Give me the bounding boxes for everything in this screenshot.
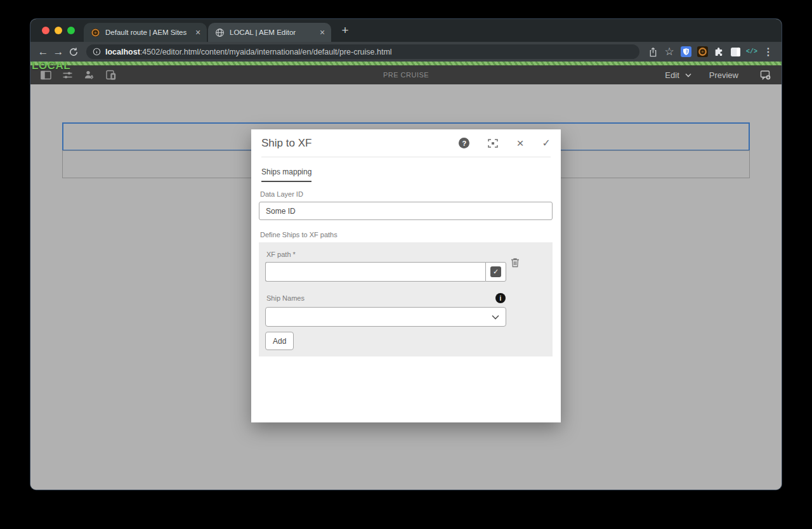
ship-to-xf-dialog: Ship to XF ? × ✓ Ships mapping [251,129,561,422]
chevron-down-icon [492,315,499,320]
minimize-window-button[interactable] [55,27,62,34]
add-button[interactable]: Add [265,332,294,350]
aem-editor-viewport: LOCAL PRE CRUISE [30,62,782,490]
ship-names-label-row: Ship Names i [265,293,506,303]
toolbar-right-group: Edit Preview [665,67,775,83]
dialog-header: Ship to XF ? × ✓ [251,129,561,157]
password-shield-extension-icon[interactable] [678,44,694,60]
aem-editor-toolbar: PRE CRUISE Edit Preview [30,65,782,84]
environment-label: LOCAL [32,60,70,72]
browser-window: Default route | AEM Sites × LOCAL | AEM … [30,19,782,490]
emulator-devices-icon[interactable] [102,67,119,83]
url-host: localhost [105,48,140,56]
close-icon[interactable]: × [193,28,203,37]
new-tab-button[interactable]: + [336,22,354,39]
aem-sites-favicon [90,27,100,37]
devtools-icon[interactable]: </> [743,44,760,60]
window-controls [36,27,84,34]
close-icon[interactable]: × [516,137,523,149]
back-button[interactable]: ← [36,44,51,60]
multifield-label: Define Ships to XF paths [260,231,553,238]
help-icon[interactable]: ? [459,138,469,148]
extensions-puzzle-icon[interactable] [710,44,727,60]
annotate-icon[interactable] [756,67,774,83]
page-title: PRE CRUISE [383,71,429,79]
edit-mode-label: Edit [665,70,679,80]
multifield-fields: XF path * ✓ Ship Names i [265,251,506,350]
reload-button[interactable] [66,44,81,60]
profile-square-icon[interactable] [727,44,743,60]
globe-icon [214,27,225,37]
browser-menu-icon[interactable]: ⋮ [760,44,776,60]
trash-icon [511,258,520,268]
confirm-icon[interactable]: ✓ [542,138,551,148]
tab-strip: Default route | AEM Sites × LOCAL | AEM … [30,19,782,42]
user-mode-icon[interactable] [80,67,98,83]
dialog-title: Ship to XF [261,137,459,150]
address-bar: ← → localhost:4502/editor.html/content/m… [30,42,782,62]
data-layer-id-label: Data Layer ID [260,190,553,198]
preview-label: Preview [709,70,738,80]
tab-title: LOCAL | AEM Editor [230,29,312,36]
close-window-button[interactable] [42,27,49,34]
info-icon[interactable]: i [495,293,506,303]
path-picker-button[interactable]: ✓ [485,262,506,282]
dialog-body: Data Layer ID Define Ships to XF paths X… [251,182,561,356]
edit-mode-button[interactable]: Edit [665,70,691,80]
page-content: Ship to XF ? × ✓ Ships mapping [30,84,782,490]
xf-path-label: XF path * [266,251,506,258]
ship-names-select[interactable] [265,307,506,327]
checkbox-picker-icon: ✓ [490,266,501,277]
multifield-item-panel: XF path * ✓ Ship Names i [259,242,553,356]
tab-aem-sites[interactable]: Default route | AEM Sites × [84,23,207,42]
xf-path-group: ✓ [265,262,506,282]
chevron-down-icon [685,73,691,77]
xf-path-input[interactable] [265,262,485,282]
dialog-actions: ? × ✓ [459,137,551,149]
url-path: :4502/editor.html/content/myaida/interna… [140,48,392,56]
forward-button[interactable]: → [51,44,66,60]
tab-ships-mapping[interactable]: Ships mapping [261,167,311,182]
data-layer-id-input[interactable] [259,202,553,220]
url-field[interactable]: localhost:4502/editor.html/content/myaid… [86,44,639,59]
fullscreen-icon[interactable] [488,139,498,148]
aem-extension-icon[interactable] [694,44,710,60]
url-text: localhost:4502/editor.html/content/myaid… [105,48,392,56]
desktop: Default route | AEM Sites × LOCAL | AEM … [0,0,812,529]
tab-title: Default route | AEM Sites [105,29,188,36]
delete-item-button[interactable] [511,258,520,268]
site-info-icon[interactable] [93,48,101,56]
close-icon[interactable]: × [317,28,327,37]
zoom-window-button[interactable] [67,27,75,34]
ship-names-label: Ship Names [266,294,304,302]
dialog-tab-bar: Ships mapping [251,157,561,182]
tab-aem-editor[interactable]: LOCAL | AEM Editor × [208,23,331,42]
share-icon[interactable] [645,44,661,60]
preview-button[interactable]: Preview [709,70,738,80]
bookmark-star-icon[interactable]: ☆ [661,44,678,60]
